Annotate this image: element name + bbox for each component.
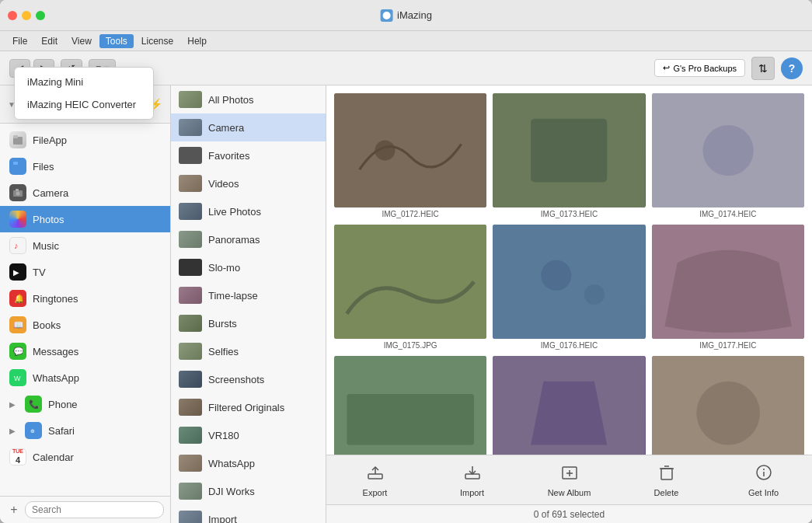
sidebar-item-camera[interactable]: Camera	[0, 180, 170, 206]
photo-item[interactable]: IMG_0176.HEIC	[493, 225, 645, 350]
dropdown-heic-converter[interactable]: iMazing HEIC Converter	[15, 93, 153, 116]
menu-view[interactable]: View	[65, 34, 98, 48]
delete-label: Delete	[654, 488, 679, 497]
panel-item-dji-works[interactable]: DJI Works	[171, 477, 326, 505]
menu-edit[interactable]: Edit	[35, 34, 64, 48]
photo-item[interactable]: IMG_0179.HEIC	[493, 356, 645, 455]
panel-item-all-photos[interactable]: All Photos	[171, 85, 326, 113]
photo-item[interactable]: IMG_0172.HEIC	[334, 93, 486, 218]
get-info-button[interactable]: Get Info	[715, 455, 812, 504]
panel-item-panoramas[interactable]: Panoramas	[171, 225, 326, 253]
photo-item[interactable]: IMG_0180.HEIC	[652, 356, 804, 455]
safari-expand-arrow[interactable]: ▶	[9, 427, 16, 435]
sidebar-label-messages: Messages	[33, 346, 78, 357]
window-controls	[8, 11, 45, 20]
sidebar-item-tv[interactable]: ▶ TV	[0, 259, 170, 285]
screenshots-thumb	[179, 371, 202, 388]
time-lapse-thumb	[179, 287, 202, 304]
dropdown-imazing-mini[interactable]: iMazing Mini	[15, 71, 153, 93]
whatsapp-album-thumb	[179, 455, 202, 472]
menu-tools[interactable]: Tools	[99, 34, 134, 48]
whatsapp-album-label: WhatsApp	[208, 458, 255, 469]
photo-item[interactable]: IMG_0178.JPG	[334, 356, 486, 455]
filtered-originals-label: Filtered Originals	[208, 402, 284, 413]
videos-thumb	[179, 175, 202, 192]
whatsapp-icon: W	[9, 369, 26, 386]
sidebar-item-messages[interactable]: 💬 Messages	[0, 338, 170, 364]
photo-item[interactable]: IMG_0173.HEIC	[493, 93, 645, 218]
sidebar-item-books[interactable]: 📖 Books	[0, 312, 170, 338]
panel-item-whatsapp-album[interactable]: WhatsApp	[171, 449, 326, 477]
dji-works-thumb	[179, 483, 202, 500]
new-album-button[interactable]: New Album	[521, 455, 618, 504]
photo-item[interactable]: IMG_0174.HEIC	[652, 93, 804, 218]
sidebar-label-files: Files	[33, 161, 54, 173]
photo-name: IMG_0174.HEIC	[699, 210, 756, 218]
music-icon: ♪	[9, 237, 26, 254]
camera-thumb	[179, 119, 202, 136]
panel-item-import[interactable]: Import	[171, 505, 326, 523]
dji-works-label: DJI Works	[208, 486, 255, 497]
panel-item-live-photos[interactable]: Live Photos	[171, 197, 326, 225]
panel-item-selfies[interactable]: Selfies	[171, 337, 326, 365]
photo-name: IMG_0175.JPG	[384, 341, 437, 350]
delete-button[interactable]: Delete	[618, 455, 715, 504]
import-button[interactable]: Import	[423, 455, 521, 504]
photo-thumb	[334, 356, 486, 455]
sidebar: ▼ 📱 G's Pro iPhone 11 Pro Max · iOS 13.3…	[0, 85, 171, 523]
search-input[interactable]	[25, 501, 164, 518]
backup-button[interactable]: ↩ G's Pro Backups	[654, 59, 745, 77]
svg-point-33	[696, 382, 760, 445]
photo-item[interactable]: IMG_0175.JPG	[334, 225, 486, 350]
panel-item-vr180[interactable]: VR180	[171, 421, 326, 449]
sidebar-label-phone: Phone	[48, 399, 78, 410]
photo-thumb	[493, 225, 645, 339]
panel-item-time-lapse[interactable]: Time-lapse	[171, 281, 326, 309]
svg-text:⊕: ⊕	[30, 428, 35, 434]
maximize-button[interactable]	[36, 11, 45, 20]
sidebar-item-music[interactable]: ♪ Music	[0, 232, 170, 259]
panel-item-filtered-originals[interactable]: Filtered Originals	[171, 393, 326, 421]
transfer-button[interactable]: ⇅	[751, 57, 775, 80]
sidebar-item-calendar[interactable]: TUE 4 Calendar	[0, 444, 170, 470]
menu-help[interactable]: Help	[181, 34, 213, 48]
svg-point-6	[16, 192, 20, 196]
svg-rect-4	[13, 162, 18, 165]
panel-item-favorites[interactable]: Favorites	[171, 141, 326, 169]
sidebar-item-ringtones[interactable]: 🔔 Ringtones	[0, 285, 170, 312]
export-button[interactable]: Export	[326, 455, 423, 504]
menu-file[interactable]: File	[6, 34, 33, 48]
minimize-button[interactable]	[22, 11, 31, 20]
phone-expand-arrow[interactable]: ▶	[9, 400, 16, 409]
help-button[interactable]: ?	[781, 58, 803, 79]
sidebar-item-phone[interactable]: ▶ 📞 Phone	[0, 391, 170, 417]
menu-license[interactable]: License	[135, 34, 179, 48]
sidebar-item-whatsapp[interactable]: W WhatsApp	[0, 364, 170, 391]
photo-thumb	[652, 225, 804, 339]
photo-item[interactable]: IMG_0177.HEIC	[652, 225, 804, 350]
panel-item-camera[interactable]: Camera	[171, 113, 326, 141]
phone-icon: 📞	[25, 396, 42, 413]
videos-label: Videos	[208, 178, 239, 190]
all-photos-label: All Photos	[208, 94, 254, 106]
sidebar-label-ringtones: Ringtones	[33, 293, 78, 305]
svg-rect-30	[347, 395, 474, 445]
sidebar-item-files[interactable]: Files	[0, 153, 170, 180]
sidebar-item-safari[interactable]: ▶ ⊕ Safari	[0, 417, 170, 444]
books-icon: 📖	[9, 316, 26, 333]
app-icon	[380, 9, 392, 22]
panel-item-videos[interactable]: Videos	[171, 169, 326, 197]
sidebar-item-photos[interactable]: Photos	[0, 206, 170, 232]
add-button[interactable]: +	[6, 502, 22, 518]
window-title: iMazing	[380, 9, 432, 22]
panel-item-bursts[interactable]: Bursts	[171, 309, 326, 337]
vr180-thumb	[179, 427, 202, 444]
sidebar-item-fileapp[interactable]: FileApp	[0, 127, 170, 153]
selfies-thumb	[179, 343, 202, 360]
photos-area: IMG_0172.HEIC IMG_0173.HEIC IMG_0174.HEI…	[326, 85, 812, 523]
panel-item-screenshots[interactable]: Screenshots	[171, 365, 326, 393]
close-button[interactable]	[8, 11, 17, 20]
sidebar-label-camera: Camera	[33, 187, 68, 199]
panel-item-slo-mo[interactable]: Slo-mo	[171, 253, 326, 281]
sidebar-label-photos: Photos	[33, 214, 64, 225]
